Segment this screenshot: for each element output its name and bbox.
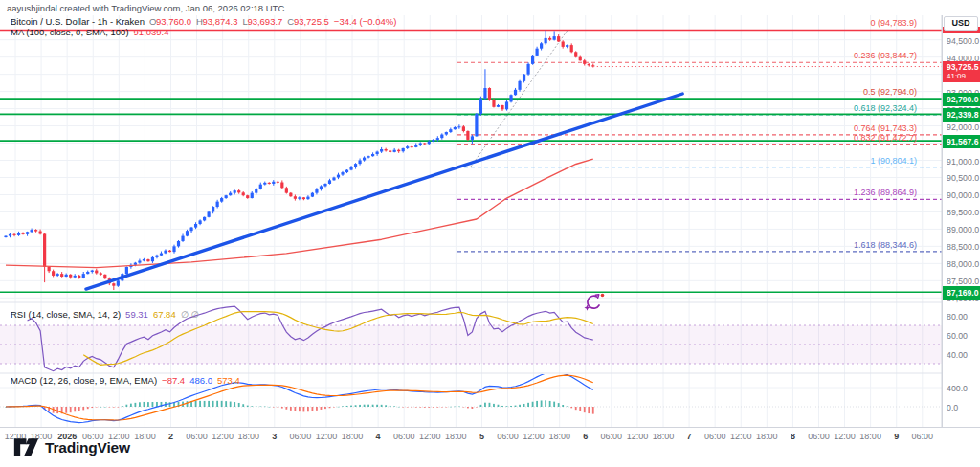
rsi-hidden-values: ∅ ∅ (181, 310, 199, 320)
rsi-axis-label: 40.00 (947, 350, 968, 360)
currency-button[interactable]: USD (944, 16, 978, 31)
macd-hist-value: −87.4 (162, 376, 185, 386)
ma-legend-value: 91,039.4 (134, 28, 169, 37)
fib-label: 1 (90,804.1) (870, 157, 917, 166)
fib-label: 0 (94,783.9) (870, 19, 917, 28)
macd-legend: MACD (12, 26, close, 9, EMA, EMA) −87.4 … (11, 376, 240, 386)
fib-label: 1.236 (89,864.9) (854, 189, 917, 197)
chart-root: aayushjindal created with TradingView.co… (0, 0, 980, 467)
gridlines (0, 15, 942, 427)
price-badge: 87,169.0 (943, 286, 980, 300)
trendline[interactable] (86, 94, 682, 289)
time-axis-label: 06:00 (906, 432, 939, 441)
ohlc-pair: H 93,874.3 (196, 17, 238, 27)
fib-label: 0.764 (91,743.3) (854, 124, 917, 133)
macd-axis-label: 400.0 (947, 384, 968, 393)
change-value: −34.4 (−0.04%) (334, 17, 397, 27)
rsi-band (0, 325, 942, 364)
price-axis-label: 88,500.0 (947, 242, 979, 252)
macd-line-value: 486.0 (189, 376, 212, 386)
chart-canvas[interactable] (0, 0, 980, 427)
price-axis-label: 94,500.0 (947, 36, 979, 46)
fib-label: 0.832 (91,472.7) (854, 134, 917, 143)
macd-axis-label: 0.0 (947, 403, 958, 412)
price-badge: 91,567.6 (943, 135, 980, 148)
ohlc-pair: L 93,693.7 (242, 17, 282, 27)
symbol-title[interactable]: Bitcoin / U.S. Dollar - 1h - Kraken (11, 17, 145, 27)
rsi-axis-label: 80.00 (947, 312, 968, 322)
rsi-legend: RSI (14, close, SMA, 14, 2) 59.31 67.84 … (11, 310, 199, 320)
price-axis-label: 92,000.0 (947, 122, 979, 132)
price-axis-label: 90,000.0 (947, 190, 979, 200)
macd-legend-label: MACD (12, 26, close, 9, EMA, EMA) (11, 376, 157, 386)
ma-legend: MA (100, close, 0, SMA, 100) 91,039.4 (11, 28, 169, 37)
price-scale[interactable]: 94,500.094,000.093,000.092,500.092,000.0… (942, 15, 980, 427)
countdown: 41:09 (947, 72, 980, 80)
fib-label: 0.618 (92,324.4) (854, 104, 917, 113)
price-axis-label: 91,000.0 (947, 157, 979, 167)
rsi-axis-label: 60.00 (947, 331, 968, 341)
price-axis-label: 88,000.0 (947, 259, 979, 269)
ohlc-values: O 93,760.0H 93,874.3L 93,693.7C 93,725.5 (149, 17, 329, 27)
current-price-badge: 93,725.541:09 (943, 61, 980, 82)
brand-icon (13, 437, 39, 457)
current-price-value: 93,725.5 (947, 63, 980, 72)
price-axis-label: 87,500.0 (947, 277, 979, 286)
price-badge: 92,790.0 (943, 93, 980, 106)
time-axis[interactable]: 12:0018:00202606:0012:0018:00206:0012:00… (0, 427, 980, 443)
rsi-legend-label: RSI (14, close, SMA, 14, 2) (11, 310, 121, 320)
fib-label: 1.618 (88,344.6) (854, 241, 917, 250)
rsi-value: 59.31 (125, 310, 148, 320)
ohlc-pair: O 93,760.0 (149, 17, 191, 27)
rsi-ma-value: 67.84 (153, 310, 176, 320)
fib-label: 0.236 (93,844.7) (854, 52, 917, 60)
price-axis-label: 89,000.0 (947, 225, 979, 234)
price-axis-label: 89,500.0 (947, 208, 979, 217)
price-axis-label: 90,500.0 (947, 173, 979, 183)
ohlc-pair: C 93,725.5 (287, 17, 329, 27)
ma-legend-label: MA (100, close, 0, SMA, 100) (11, 28, 129, 37)
fib-label: 0.5 (92,794.0) (863, 88, 917, 97)
macd-signal-value: 573.4 (217, 376, 240, 386)
symbol-legend: Bitcoin / U.S. Dollar - 1h - Kraken O 93… (11, 17, 396, 27)
price-badge: 92,339.8 (943, 108, 980, 122)
tradingview-logo[interactable]: TradingView (13, 437, 130, 457)
brand-name: TradingView (45, 439, 130, 456)
